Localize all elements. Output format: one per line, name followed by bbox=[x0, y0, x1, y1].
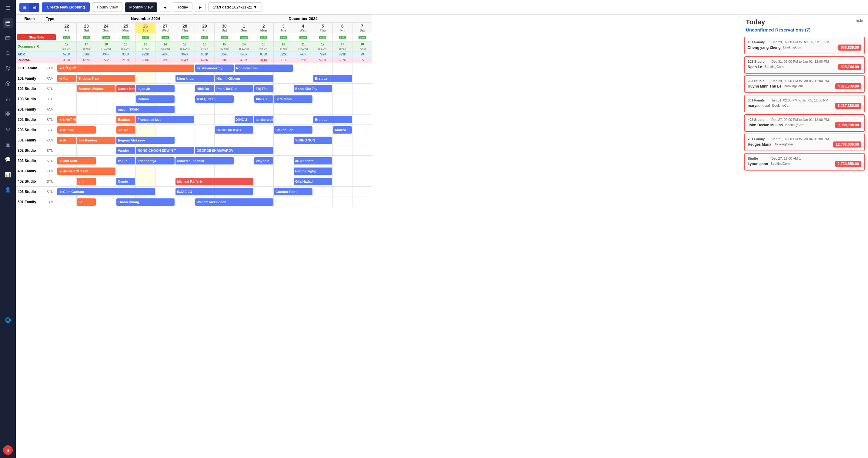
booking-block[interactable]: Nikil Da bbox=[195, 85, 214, 92]
booking-block[interactable]: Krishnamoorthy bbox=[195, 65, 234, 72]
calendar-view-btn[interactable]: ⊟ bbox=[29, 3, 39, 11]
booking-block[interactable]: Francesco Izzo bbox=[136, 116, 194, 123]
booking-block[interactable]: YIMING SUN bbox=[294, 137, 332, 144]
nav-next-button[interactable]: ► bbox=[195, 3, 206, 12]
booking-block[interactable]: Michael Rafferty bbox=[176, 178, 253, 185]
booking-block[interactable]: XING J bbox=[254, 95, 273, 103]
nav-today-button[interactable]: Today bbox=[173, 2, 192, 12]
room-timeline[interactable]: JoThanh VuongWilliam McCudden bbox=[57, 197, 372, 207]
booking-block[interactable]: Sara Maldi bbox=[274, 95, 312, 103]
room-timeline[interactable]: RomanAsif QureshiXING JSara Maldi bbox=[57, 94, 372, 104]
room-timeline[interactable]: ◄ Glen GrahamINJAE JOGuenter Petri bbox=[57, 187, 372, 197]
booking-block[interactable]: Guenter Petri bbox=[274, 188, 312, 195]
booking-block[interactable]: Vander bbox=[116, 147, 135, 154]
stop-sale-button[interactable]: Stop Sale bbox=[17, 34, 56, 40]
booking-block[interactable]: kakuni bbox=[116, 157, 135, 164]
booking-block[interactable]: Jo bbox=[77, 198, 96, 206]
reservation-card[interactable]: 102 Studio Dec 31, 02:00 PM to Jan 01, 1… bbox=[744, 56, 865, 74]
room-timeline[interactable]: ullaCamieMichael RaffertyGila Hadad bbox=[57, 176, 372, 187]
booking-block[interactable]: Gila Hadad bbox=[294, 178, 332, 185]
booking-block[interactable]: Phan Tat Duc bbox=[215, 85, 253, 92]
booking-block[interactable]: Ronessa Tom bbox=[235, 65, 293, 72]
calendar-icon[interactable] bbox=[3, 18, 13, 28]
booking-block[interactable]: ◄ NHAT VU bbox=[57, 116, 76, 123]
reservation-card[interactable]: 301 Family Jan 01, 02:00 PM to Jan 05, 1… bbox=[744, 95, 865, 112]
booking-block[interactable]: Injae Jo bbox=[136, 85, 175, 92]
booking-block[interactable]: krishna teja bbox=[136, 157, 175, 164]
layout-icon[interactable]: ▣ bbox=[3, 139, 13, 149]
booking-block[interactable]: ◄ anh Nam bbox=[57, 157, 96, 164]
booking-block[interactable]: Roman bbox=[136, 95, 175, 103]
room-timeline[interactable]: ◄ QuTridung Trankhoa khuuNiamh KilloranB… bbox=[57, 73, 372, 84]
report-icon[interactable]: 📊 bbox=[3, 170, 13, 179]
booking-block[interactable]: maichi TRAN bbox=[116, 106, 175, 113]
booking-block[interactable]: ◄ truc do bbox=[57, 126, 96, 134]
create-booking-button[interactable]: Create New Booking bbox=[42, 2, 90, 12]
booking-block[interactable]: ari Aheristo bbox=[294, 157, 332, 164]
booking-block[interactable]: sardar walli bbox=[254, 116, 273, 123]
card-icon[interactable] bbox=[3, 33, 13, 43]
booking-block[interactable]: Tridung Tran bbox=[77, 75, 135, 82]
booking-block[interactable]: Bartosz Wójtow bbox=[77, 85, 116, 92]
booking-block[interactable]: Brett Le bbox=[313, 116, 352, 123]
start-date-button[interactable]: Start date: 2024-11-22 ▼ bbox=[208, 2, 262, 12]
monthly-view-button[interactable]: Monthly View bbox=[125, 2, 157, 12]
booking-block[interactable]: ◄ Alexis TOUTAIN bbox=[57, 167, 116, 175]
nav-prev-button[interactable]: ◄ bbox=[160, 3, 170, 12]
booking-block[interactable]: Steven Lee bbox=[274, 126, 312, 134]
grid-icon[interactable] bbox=[3, 109, 13, 119]
booking-block[interactable]: Baadso bbox=[116, 116, 135, 123]
booking-block[interactable]: Wayne n bbox=[254, 157, 273, 164]
chat-icon[interactable]: 💬 bbox=[3, 155, 13, 164]
booking-block[interactable]: khoa khuu bbox=[176, 75, 214, 82]
booking-block[interactable]: DONGHAI KWO bbox=[215, 126, 253, 134]
hourly-view-button[interactable]: Hourly View bbox=[92, 2, 122, 12]
booking-block[interactable]: Niamh Killoran bbox=[215, 75, 273, 82]
room-timeline[interactable]: ◄ truc doJia WaDONGHAI KWOSteven LeeAndr… bbox=[57, 125, 372, 135]
booking-block[interactable]: GEORGII SHAMPAROV bbox=[195, 147, 273, 154]
booking-block[interactable]: William McCudden bbox=[195, 198, 273, 206]
booking-block[interactable]: ◄ Qu bbox=[57, 75, 76, 82]
search-icon[interactable] bbox=[3, 48, 13, 58]
hide-button[interactable]: hide bbox=[856, 18, 863, 23]
booking-block[interactable]: Camie bbox=[116, 178, 135, 185]
booking-block[interactable]: Jay Pandya bbox=[77, 137, 116, 144]
booking-block[interactable]: Thị Tân bbox=[254, 85, 273, 92]
booking-block[interactable]: Brett Le bbox=[313, 75, 352, 82]
room-timeline[interactable]: ◄ AiJay PandyaEvgenii AlekseevYIMING SUN bbox=[57, 135, 372, 145]
people-icon[interactable] bbox=[3, 64, 13, 73]
booking-block[interactable]: ulla bbox=[77, 178, 96, 185]
booking-block[interactable]: Patrick Tigtig bbox=[294, 167, 332, 175]
reservation-card[interactable]: 701 Family Dec 21, 02:00 PM to Jan 04, 1… bbox=[744, 134, 865, 151]
booking-block[interactable]: INJAE JO bbox=[176, 188, 253, 195]
room-timeline[interactable]: maichi TRAN bbox=[57, 104, 372, 115]
booking-block[interactable]: RONG CHOON EDWIN T bbox=[136, 147, 194, 154]
booking-block[interactable]: Asif Qureshi bbox=[195, 95, 234, 103]
home-icon[interactable] bbox=[3, 79, 13, 89]
reservation-card[interactable]: 203 Studio Dec 29, 02:00 PM to Jan 05, 1… bbox=[744, 75, 865, 93]
room-timeline[interactable]: VanderRONG CHOON EDWIN TGEORGII SHAMPARO… bbox=[57, 145, 372, 156]
grid-view-btn[interactable]: ⊞ bbox=[20, 3, 29, 11]
booking-block[interactable]: XING J bbox=[235, 116, 253, 123]
chart-icon[interactable] bbox=[3, 94, 13, 104]
booking-block[interactable]: Andrea bbox=[333, 126, 352, 134]
room-timeline[interactable]: ◄ anh Namkakunikrishna tejaahmed al-hash… bbox=[57, 156, 372, 166]
booking-block[interactable]: Nauris Norman bbox=[116, 85, 135, 92]
reservation-card[interactable]: Studio Dec 27, 12:00 AM to kyoun gsoo Bo… bbox=[744, 153, 865, 170]
booking-block[interactable]: Thanh Vuong bbox=[116, 198, 175, 206]
booking-block[interactable]: Boon Kiat Tay bbox=[294, 85, 332, 92]
user-icon[interactable]: 👤 bbox=[3, 185, 13, 194]
booking-block[interactable]: Jia Wa bbox=[116, 126, 135, 134]
booking-block[interactable]: ◄ Glen Graham bbox=[57, 188, 155, 195]
booking-block[interactable]: Evgenii Alekseev bbox=[116, 137, 175, 144]
reservation-card[interactable]: 101 Family Dec 29, 02:00 PM to Dec 30, 1… bbox=[744, 37, 865, 54]
settings-icon[interactable]: ⚙ bbox=[3, 124, 13, 134]
booking-block[interactable]: ◄ Ai bbox=[57, 137, 76, 144]
room-timeline[interactable]: ◄ Alexis TOUTAINPatrick Tigtig bbox=[57, 166, 372, 176]
booking-block[interactable]: ◄ CÔ QUÝ bbox=[57, 65, 194, 72]
room-timeline[interactable]: Bartosz WójtowNauris NormanInjae JoNikil… bbox=[57, 84, 372, 94]
room-timeline[interactable]: ◄ CÔ QUÝKrishnamoorthyRonessa Tom bbox=[57, 63, 372, 73]
booking-block[interactable]: ahmed al-hashlili bbox=[176, 157, 234, 164]
reservation-card[interactable]: 402 Studio Dec 27, 02:00 PM to Jan 01, 1… bbox=[744, 114, 865, 132]
menu-icon[interactable]: ☰ bbox=[3, 3, 13, 13]
